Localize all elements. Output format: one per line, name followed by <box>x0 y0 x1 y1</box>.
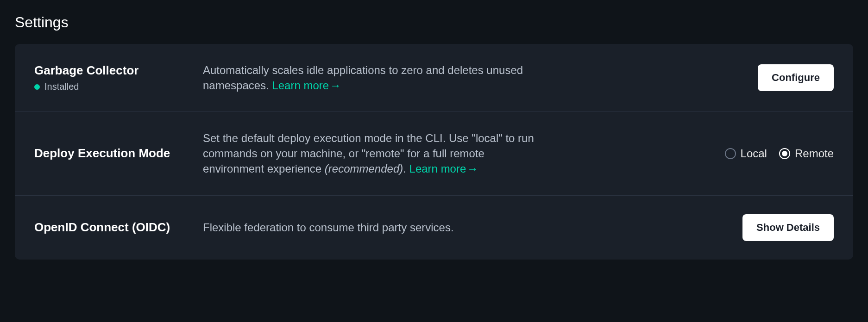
description-text-part2: . <box>403 162 409 175</box>
radio-option-remote[interactable]: Remote <box>779 147 834 160</box>
show-details-button[interactable]: Show Details <box>742 214 834 241</box>
setting-row-garbage-collector: Garbage Collector Installed Automaticall… <box>15 44 853 112</box>
setting-description: Automatically scales idle applications t… <box>203 62 536 93</box>
page-title: Settings <box>15 14 853 31</box>
learn-more-link[interactable]: Learn more→ <box>272 79 341 92</box>
configure-button[interactable]: Configure <box>758 64 834 91</box>
setting-description: Set the default deploy execution mode in… <box>203 130 536 176</box>
setting-title: OpenID Connect (OIDC) <box>34 220 192 235</box>
status-line: Installed <box>34 81 192 92</box>
setting-title: Deploy Execution Mode <box>34 146 192 161</box>
description-italic: (recommended) <box>325 162 403 175</box>
learn-more-link[interactable]: Learn more→ <box>409 162 478 175</box>
setting-controls: Show Details <box>742 214 834 241</box>
radio-option-local[interactable]: Local <box>725 147 767 160</box>
setting-controls: Local Remote <box>725 147 834 160</box>
setting-title-column: Deploy Execution Mode <box>34 146 192 161</box>
setting-title-column: OpenID Connect (OIDC) <box>34 220 192 235</box>
setting-description: Flexible federation to consume third par… <box>203 220 536 235</box>
radio-label: Local <box>741 147 767 160</box>
setting-row-oidc: OpenID Connect (OIDC) Flexible federatio… <box>15 196 853 260</box>
radio-inner-dot-icon <box>782 151 787 156</box>
radio-circle-icon <box>725 148 736 159</box>
setting-title-column: Garbage Collector Installed <box>34 63 192 92</box>
deploy-mode-radio-group: Local Remote <box>725 147 834 160</box>
arrow-right-icon: → <box>330 78 341 93</box>
status-dot-icon <box>34 84 40 90</box>
description-text: Flexible federation to consume third par… <box>203 221 454 234</box>
arrow-right-icon: → <box>467 161 478 176</box>
description-text: Automatically scales idle applications t… <box>203 64 523 92</box>
setting-title: Garbage Collector <box>34 63 192 78</box>
radio-circle-icon <box>779 148 790 159</box>
settings-panel: Garbage Collector Installed Automaticall… <box>15 44 853 260</box>
setting-row-deploy-mode: Deploy Execution Mode Set the default de… <box>15 112 853 195</box>
status-text: Installed <box>44 81 79 92</box>
radio-label: Remote <box>795 147 834 160</box>
setting-controls: Configure <box>758 64 834 91</box>
